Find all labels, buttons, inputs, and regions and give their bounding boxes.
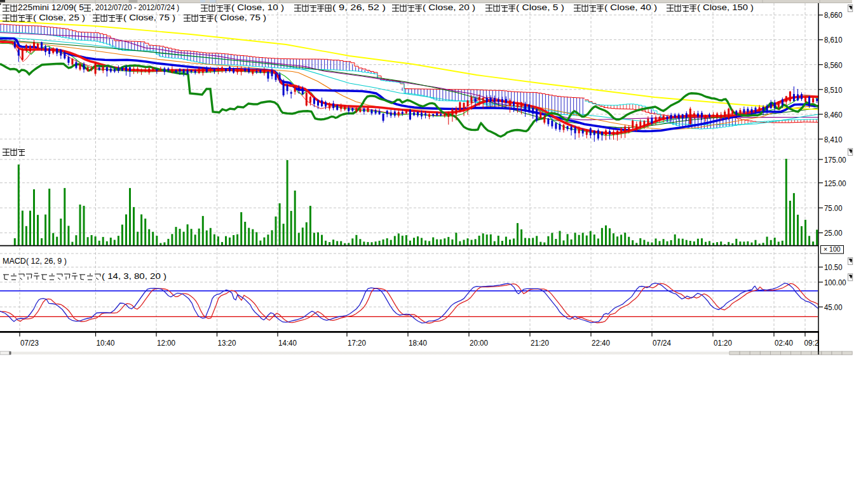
svg-text:, 2012/07/20 - 2012/07/24 ): , 2012/07/20 - 2012/07/24 )	[92, 3, 179, 12]
svg-text:09:2: 09:2	[804, 338, 819, 348]
svg-text:07/24: 07/24	[653, 338, 671, 348]
svg-text:02:40: 02:40	[775, 338, 793, 348]
svg-text:8,460: 8,460	[824, 110, 843, 119]
svg-text:8,610: 8,610	[824, 35, 843, 44]
svg-text:12:00: 12:00	[157, 338, 175, 348]
svg-text:8,410: 8,410	[824, 135, 843, 144]
svg-text:× 100: × 100	[824, 245, 841, 253]
svg-text:07/23: 07/23	[20, 338, 39, 348]
svg-text:( Close, 10 ): ( Close, 10 )	[231, 3, 284, 12]
svg-text:( Close, 20 ): ( Close, 20 )	[423, 3, 475, 12]
svg-text:8,660: 8,660	[824, 10, 843, 20]
svg-text:( Close, 75 ): ( Close, 75 )	[214, 13, 266, 22]
svg-text:10.50: 10.50	[824, 262, 843, 272]
svg-text:( Close, 150 ): ( Close, 150 )	[697, 3, 754, 12]
svg-text:14:40: 14:40	[278, 338, 297, 348]
svg-text:100.00: 100.00	[824, 278, 846, 287]
svg-text:22:40: 22:40	[592, 338, 610, 348]
svg-text:25.00: 25.00	[824, 228, 843, 238]
svg-text:21:20: 21:20	[531, 338, 549, 348]
svg-text:01:20: 01:20	[714, 338, 732, 348]
svg-text:17:20: 17:20	[348, 338, 366, 348]
svg-text:MACD( 12, 26, 9 ): MACD( 12, 26, 9 )	[3, 257, 67, 266]
svg-text:18:40: 18:40	[409, 338, 427, 348]
svg-text:13:20: 13:20	[218, 338, 236, 348]
svg-text:20:00: 20:00	[470, 338, 488, 348]
svg-text:225mini 12/09( 5: 225mini 12/09( 5	[18, 3, 84, 12]
svg-text:8,560: 8,560	[824, 60, 843, 70]
svg-text:( Close, 5 ): ( Close, 5 )	[516, 3, 564, 12]
svg-text:175.00: 175.00	[824, 155, 846, 165]
svg-text:( 14, 3, 80, 20 ): ( 14, 3, 80, 20 )	[102, 272, 166, 281]
svg-text:( 9, 26, 52 ): ( 9, 26, 52 )	[332, 3, 386, 12]
svg-text:45.00: 45.00	[824, 302, 843, 312]
svg-text:( Close, 25 ): ( Close, 25 )	[33, 13, 85, 22]
svg-text:75.00: 75.00	[824, 203, 843, 213]
svg-text:( Close, 40 ): ( Close, 40 )	[604, 3, 657, 12]
svg-text:8,510: 8,510	[824, 85, 843, 95]
svg-text:( Close, 75 ): ( Close, 75 )	[123, 13, 175, 22]
svg-text:125.00: 125.00	[824, 179, 846, 188]
svg-text:10:40: 10:40	[97, 338, 115, 348]
